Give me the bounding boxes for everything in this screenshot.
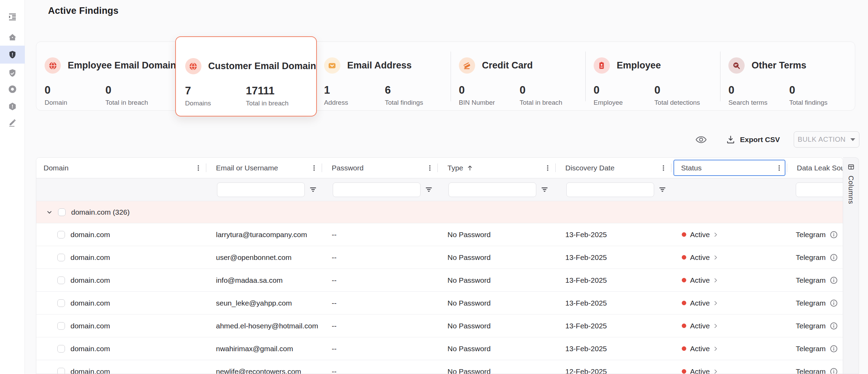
cell-type: No Password xyxy=(438,223,556,246)
discovery-date-value: 12-Feb-2025 xyxy=(565,367,607,374)
sort-ascending-icon[interactable] xyxy=(466,164,474,172)
card-customer-email-domain[interactable]: Customer Email Domain 7Domains 17111Tota… xyxy=(175,36,317,116)
discovery-date-filter-input[interactable] xyxy=(566,183,654,197)
export-csv-button[interactable]: Export CSV xyxy=(726,135,780,144)
info-icon[interactable] xyxy=(829,276,838,285)
cell-domain: domain.com xyxy=(36,337,206,360)
card-credit-card[interactable]: Credit Card 0BIN Number 0Total in breach xyxy=(451,42,585,111)
table-row[interactable]: domain.com user@openbonnet.com -- No Pas… xyxy=(36,246,843,269)
card-title: Other Terms xyxy=(752,60,806,71)
column-header-discovery-date[interactable]: Discovery Date xyxy=(556,158,671,178)
cell-email: user@openbonnet.com xyxy=(206,246,322,269)
column-header-email[interactable]: Email or Username xyxy=(206,158,322,178)
filter-icon[interactable] xyxy=(658,186,667,194)
column-header-type[interactable]: Type xyxy=(438,158,556,178)
findings-shield-alert-icon[interactable] xyxy=(8,50,17,59)
column-header-status[interactable]: Status xyxy=(671,158,787,178)
password-filter-input[interactable] xyxy=(333,183,421,197)
row-checkbox[interactable] xyxy=(57,322,65,330)
stat-label: Total findings xyxy=(789,99,855,106)
filter-icon[interactable] xyxy=(425,186,433,194)
monitor-ring-icon[interactable] xyxy=(8,85,17,94)
table-row[interactable]: domain.com info@madaa.sa.com -- No Passw… xyxy=(36,269,843,292)
info-icon[interactable] xyxy=(829,344,838,353)
data-leak-source-filter-input[interactable] xyxy=(796,183,843,197)
visibility-icon[interactable] xyxy=(696,134,707,145)
column-header-password[interactable]: Password xyxy=(322,158,438,178)
bulk-action-button[interactable]: BULK ACTION xyxy=(794,131,859,148)
row-checkbox[interactable] xyxy=(57,345,65,353)
edit-pencil-icon[interactable] xyxy=(8,118,17,127)
row-checkbox[interactable] xyxy=(57,277,65,284)
info-icon[interactable] xyxy=(829,230,838,239)
row-checkbox[interactable] xyxy=(57,368,65,374)
card-title: Employee xyxy=(617,60,661,71)
stat-label: Total in breach xyxy=(105,99,176,106)
stat-label: Search terms xyxy=(728,99,789,106)
cell-domain: domain.com xyxy=(36,315,206,337)
table-row[interactable]: domain.com newlife@recontowers.com -- No… xyxy=(36,360,843,374)
email-filter-input[interactable] xyxy=(217,183,305,197)
cell-password: -- xyxy=(322,269,438,291)
chevron-right-icon[interactable] xyxy=(713,254,719,261)
chevron-right-icon[interactable] xyxy=(713,277,719,283)
info-icon[interactable] xyxy=(829,299,838,308)
cell-type: No Password xyxy=(438,269,556,291)
column-menu-icon[interactable] xyxy=(195,164,202,172)
source-value: Telegram xyxy=(796,299,825,307)
column-header-domain[interactable]: Domain xyxy=(36,158,206,178)
row-checkbox[interactable] xyxy=(57,299,65,307)
column-header-data-leak-source[interactable]: Data Leak Source xyxy=(787,158,843,178)
chevron-right-icon[interactable] xyxy=(713,300,719,306)
chevron-right-icon[interactable] xyxy=(713,323,719,329)
cell-type: No Password xyxy=(438,246,556,269)
export-csv-label: Export CSV xyxy=(740,135,780,144)
card-email-address[interactable]: Email Address 1Address 6Total findings xyxy=(316,42,451,111)
chevron-right-icon[interactable] xyxy=(713,368,719,374)
card-employee[interactable]: Employee 0Employee 0Total detections xyxy=(585,42,720,111)
info-icon[interactable] xyxy=(829,253,838,262)
filter-icon[interactable] xyxy=(540,186,549,194)
table-row[interactable]: domain.com nwahirimax@gmail.com -- No Pa… xyxy=(36,337,843,360)
table-row[interactable]: domain.com ahmed.el-hoseny@hotmail.com -… xyxy=(36,315,843,337)
cell-status: Active xyxy=(671,337,787,360)
column-menu-icon[interactable] xyxy=(660,164,667,172)
type-filter-input[interactable] xyxy=(449,183,536,197)
chevron-right-icon[interactable] xyxy=(713,346,719,352)
info-icon[interactable] xyxy=(829,367,838,374)
status-value: Active xyxy=(690,299,710,307)
summary-cards: Employee Email Domain 0Domain 0Total in … xyxy=(36,41,855,111)
chevron-down-icon[interactable] xyxy=(46,208,53,216)
collapse-menu-icon[interactable] xyxy=(8,12,17,21)
chevron-right-icon[interactable] xyxy=(713,232,719,238)
row-checkbox[interactable] xyxy=(57,254,65,261)
column-menu-icon[interactable] xyxy=(544,164,551,172)
password-value: -- xyxy=(332,367,337,374)
row-checkbox[interactable] xyxy=(57,231,65,239)
card-employee-email-domain[interactable]: Employee Email Domain 0Domain 0Total in … xyxy=(36,42,176,111)
column-menu-icon[interactable] xyxy=(310,164,318,172)
password-value: -- xyxy=(332,345,337,353)
column-menu-icon[interactable] xyxy=(775,164,783,172)
group-checkbox[interactable] xyxy=(58,208,66,216)
column-menu-icon[interactable] xyxy=(426,164,434,172)
columns-panel-toggle[interactable]: Columns xyxy=(843,157,859,374)
hexagon-alert-icon[interactable] xyxy=(8,102,17,111)
group-row-domain[interactable]: domain.com (326) xyxy=(36,201,843,223)
type-value: No Password xyxy=(447,322,491,330)
cell-data-leak-source: Telegram xyxy=(787,315,843,337)
cell-type: No Password xyxy=(438,360,556,374)
cell-domain: domain.com xyxy=(36,269,206,291)
filter-icon[interactable] xyxy=(309,186,317,194)
shield-check-icon[interactable] xyxy=(8,68,17,77)
cell-email: ahmed.el-hoseny@hotmail.com xyxy=(206,315,322,337)
stat-value: 0 xyxy=(520,84,585,96)
filter-cell-domain xyxy=(36,178,206,201)
card-other-terms[interactable]: Other Terms 0Search terms 0Total finding… xyxy=(720,42,855,111)
status-dot xyxy=(682,369,686,374)
table-row[interactable]: domain.com larrytura@turacompany.com -- … xyxy=(36,223,843,246)
cell-domain: domain.com xyxy=(36,223,206,246)
table-row[interactable]: domain.com seun_leke@yahpp.com -- No Pas… xyxy=(36,292,843,315)
home-icon[interactable] xyxy=(8,33,17,42)
info-icon[interactable] xyxy=(829,321,838,330)
